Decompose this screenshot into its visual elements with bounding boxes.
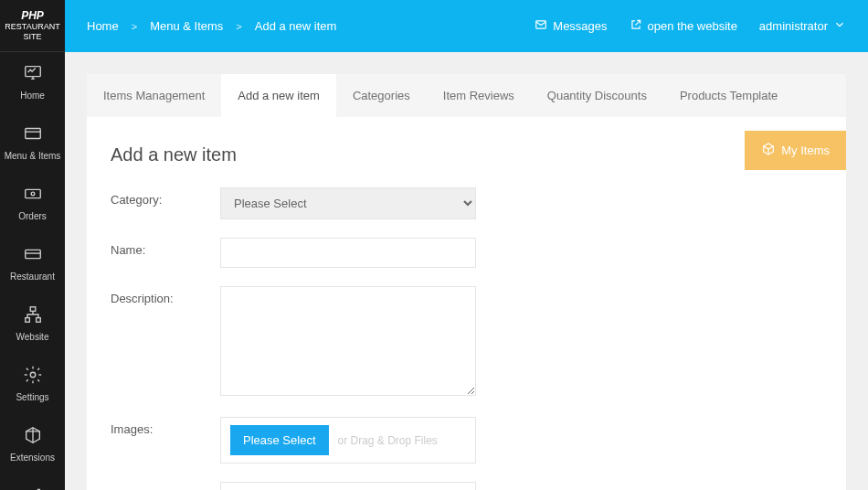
sidebar-item-label: Settings: [16, 392, 48, 403]
sidebar-item-label: Restaurant: [10, 272, 55, 282]
external-link-icon: [630, 18, 642, 34]
content-area: Items Management Add a new item Categori…: [65, 52, 868, 490]
tab-products-template[interactable]: Products Template: [663, 74, 794, 117]
svg-rect-8: [25, 318, 29, 323]
messages-link[interactable]: Messages: [535, 18, 607, 34]
app-logo: PHP RESTAURANT SITE: [0, 0, 65, 52]
page-title: Add a new item: [111, 144, 822, 165]
panel: My Items Add a new item Category: Please…: [87, 117, 846, 490]
user-menu[interactable]: administrator: [759, 18, 846, 34]
logo-title: PHP: [4, 9, 61, 22]
card-icon: [23, 123, 43, 145]
tab-items-management[interactable]: Items Management: [87, 74, 221, 117]
messages-label: Messages: [553, 19, 607, 33]
messages-icon: [535, 18, 547, 34]
sidebar-item-restaurant[interactable]: Restaurant: [0, 233, 65, 293]
svg-rect-7: [30, 307, 36, 312]
form-row-description: Description:: [111, 286, 822, 399]
logo-subtitle: RESTAURANT SITE: [4, 22, 61, 42]
user-label: administrator: [759, 19, 828, 33]
topbar: Home > Menu & Items > Add a new item Mes…: [65, 0, 868, 52]
description-label: Description:: [111, 286, 220, 305]
cube-icon: [23, 425, 43, 447]
svg-point-10: [30, 372, 36, 378]
gear-icon: [23, 365, 43, 387]
form-row-images: Images: Please Select or Drag & Drop Fil…: [111, 417, 822, 463]
tab-item-reviews[interactable]: Item Reviews: [427, 74, 531, 117]
svg-rect-9: [36, 318, 40, 323]
sidebar-item-orders[interactable]: Orders: [0, 173, 65, 233]
sidebar-item-settings[interactable]: Settings: [0, 354, 65, 414]
svg-rect-3: [25, 189, 40, 197]
store-icon: [23, 244, 43, 266]
sidebar-item-extensions[interactable]: Extensions: [0, 414, 65, 474]
svg-rect-1: [25, 128, 40, 138]
topbar-right: Messages open the website administrator: [535, 18, 846, 34]
svg-rect-5: [25, 250, 40, 258]
sidebar-item-label: Orders: [18, 211, 47, 222]
image-select-button[interactable]: Please Select: [230, 425, 329, 455]
price-label: Price ($):: [111, 482, 220, 490]
tab-quantity-discounts[interactable]: Quantity Discounts: [531, 74, 663, 117]
analytics-icon: [23, 485, 43, 490]
sidebar-item-menu-items[interactable]: Menu & Items: [0, 112, 65, 173]
money-icon: [23, 184, 43, 206]
sidebar-item-website[interactable]: Website: [0, 293, 65, 354]
sidebar-item-label: Menu & Items: [5, 151, 61, 162]
sidebar-item-label: Website: [16, 332, 49, 343]
form-row-price: Price ($):: [111, 482, 822, 490]
form-row-category: Category: Please Select: [111, 187, 822, 219]
description-textarea[interactable]: [220, 286, 476, 396]
sidebar-item-analytics[interactable]: [0, 474, 65, 490]
breadcrumb: Home > Menu & Items > Add a new item: [87, 19, 336, 33]
my-items-button[interactable]: My Items: [745, 131, 846, 170]
breadcrumb-separator: >: [132, 21, 137, 32]
my-items-label: My Items: [781, 144, 830, 157]
open-website-link[interactable]: open the website: [630, 18, 737, 34]
image-upload-area[interactable]: Please Select or Drag & Drop Files: [220, 417, 476, 463]
sidebar-item-home[interactable]: Home: [0, 52, 65, 112]
breadcrumb-item[interactable]: Home: [87, 19, 119, 33]
open-website-label: open the website: [648, 19, 737, 33]
drag-drop-hint: or Drag & Drop Files: [338, 434, 438, 447]
tab-categories[interactable]: Categories: [336, 74, 427, 117]
chevron-down-icon: [833, 18, 846, 34]
svg-point-4: [31, 192, 35, 196]
sidebar: PHP RESTAURANT SITE Home Menu & Items Or…: [0, 0, 65, 490]
breadcrumb-separator: >: [236, 21, 241, 32]
sidebar-item-label: Extensions: [10, 453, 55, 463]
chart-icon: [23, 63, 43, 85]
sitemap-icon: [23, 304, 43, 326]
tabs: Items Management Add a new item Categori…: [87, 74, 846, 117]
tab-add-new-item[interactable]: Add a new item: [221, 74, 336, 117]
price-input[interactable]: [220, 482, 476, 490]
name-label: Name:: [111, 238, 220, 257]
images-label: Images:: [111, 417, 220, 436]
sidebar-item-label: Home: [20, 91, 45, 101]
category-label: Category:: [111, 187, 220, 207]
cube-icon: [761, 142, 776, 159]
breadcrumb-item[interactable]: Menu & Items: [150, 19, 223, 33]
breadcrumb-item[interactable]: Add a new item: [255, 19, 337, 33]
name-input[interactable]: [220, 238, 476, 268]
category-select[interactable]: Please Select: [220, 187, 476, 219]
form-row-name: Name:: [111, 238, 822, 268]
